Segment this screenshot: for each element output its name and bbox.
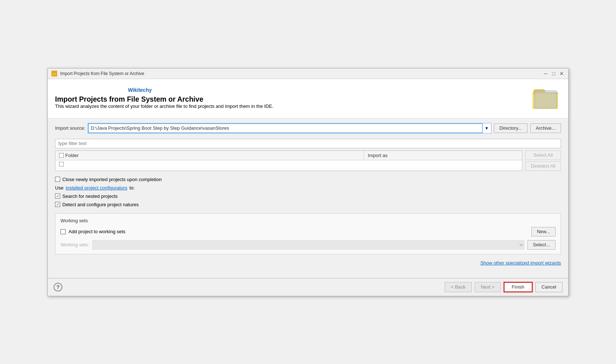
table-row[interactable] <box>55 160 522 168</box>
footer: ? < Back Next > Finish Cancel <box>48 278 568 296</box>
add-to-working-sets-checkbox[interactable] <box>61 229 66 234</box>
working-sets-section: Working sets Add project to working sets… <box>55 213 561 254</box>
detect-natures-row: Detect and configure project natures <box>55 202 561 207</box>
import-source-row: Import source: ▾ Directory... Archive... <box>55 124 561 133</box>
maximize-button[interactable]: □ <box>551 71 557 77</box>
folder-column-header: Folder <box>65 153 79 158</box>
close-on-complete-row: Close newly imported projects upon compl… <box>55 177 561 182</box>
close-on-complete-label: Close newly imported projects upon compl… <box>62 177 161 182</box>
search-nested-label: Search for nested projects <box>62 193 118 199</box>
import-as-column-header: Import as <box>368 153 387 158</box>
close-on-complete-checkbox[interactable] <box>55 177 60 182</box>
show-wizards-section: Show other specialized import wizards <box>55 260 561 266</box>
search-nested-checkbox[interactable] <box>55 193 60 199</box>
titlebar: Import Projects from File System or Arch… <box>48 69 568 79</box>
configurators-link[interactable]: installed project configurators <box>66 185 127 191</box>
search-nested-row: Search for nested projects <box>55 193 561 199</box>
filter-section <box>55 139 561 148</box>
help-button[interactable]: ? <box>54 283 62 291</box>
footer-buttons: < Back Next > Finish Cancel <box>445 282 562 292</box>
watermark-text: Wikitechy <box>128 87 152 93</box>
working-sets-select[interactable] <box>92 240 525 250</box>
configurators-prefix: Use <box>55 185 63 191</box>
archive-button[interactable]: Archive... <box>530 124 561 133</box>
add-to-working-sets-label: Add project to working sets <box>69 229 125 234</box>
minimize-button[interactable]: ─ <box>543 71 549 77</box>
configurators-suffix: to: <box>129 185 134 191</box>
working-sets-title: Working sets <box>61 218 555 223</box>
detect-natures-checkbox[interactable] <box>55 202 60 207</box>
folder-illustration <box>532 86 561 112</box>
import-source-dropdown[interactable]: ▾ <box>482 124 491 133</box>
main-content: Import source: ▾ Directory... Archive...… <box>48 118 568 278</box>
new-working-set-button[interactable]: New... <box>531 227 555 236</box>
page-description: This wizard analyzes the content of your… <box>55 103 532 109</box>
svg-rect-5 <box>535 91 557 108</box>
window-controls: ─ □ ✕ <box>543 71 565 77</box>
options-section: Close newly imported projects upon compl… <box>55 177 561 207</box>
close-button[interactable]: ✕ <box>559 71 565 77</box>
window-title: Import Projects from File System or Arch… <box>60 71 540 76</box>
select-working-set-button[interactable]: Select... <box>527 240 555 250</box>
back-button[interactable]: < Back <box>445 282 472 292</box>
table-action-buttons: Select All Deselect All <box>525 150 561 171</box>
import-source-label: Import source: <box>55 125 85 131</box>
working-sets-label: Working sets: <box>61 242 89 247</box>
svg-rect-2 <box>53 72 54 73</box>
filter-input[interactable] <box>55 139 561 148</box>
header-section: Wikitechy Import Projects from File Syst… <box>48 79 568 118</box>
main-window: Import Projects from File System or Arch… <box>47 68 569 296</box>
page-title: Import Projects from File System or Arch… <box>55 95 532 103</box>
select-all-button[interactable]: Select All <box>525 150 561 160</box>
select-all-checkbox[interactable] <box>59 153 64 158</box>
cancel-button[interactable]: Cancel <box>535 282 562 292</box>
finish-button[interactable]: Finish <box>504 282 533 292</box>
row-checkbox[interactable] <box>59 162 64 167</box>
help-section: ? <box>54 283 62 291</box>
working-sets-label-row: Working sets: Select... <box>61 240 555 250</box>
show-wizards-link[interactable]: Show other specialized import wizards <box>480 260 561 266</box>
import-source-input[interactable] <box>88 124 491 133</box>
directory-button[interactable]: Directory... <box>494 124 527 133</box>
window-icon <box>51 71 57 77</box>
deselect-all-button[interactable]: Deselect All <box>525 161 561 171</box>
detect-natures-label: Detect and configure project natures <box>62 202 139 207</box>
table-area: Folder Import as Select All Deselect All <box>55 150 561 171</box>
configurators-row: Use installed project configurators to: <box>55 185 561 191</box>
svg-rect-1 <box>52 73 56 75</box>
projects-table: Folder Import as <box>55 150 522 171</box>
add-to-working-sets-row: Add project to working sets New... <box>61 227 555 236</box>
table-header: Folder Import as <box>55 151 522 160</box>
dropdown-arrow-icon: ▾ <box>486 125 488 131</box>
next-button[interactable]: Next > <box>475 282 501 292</box>
